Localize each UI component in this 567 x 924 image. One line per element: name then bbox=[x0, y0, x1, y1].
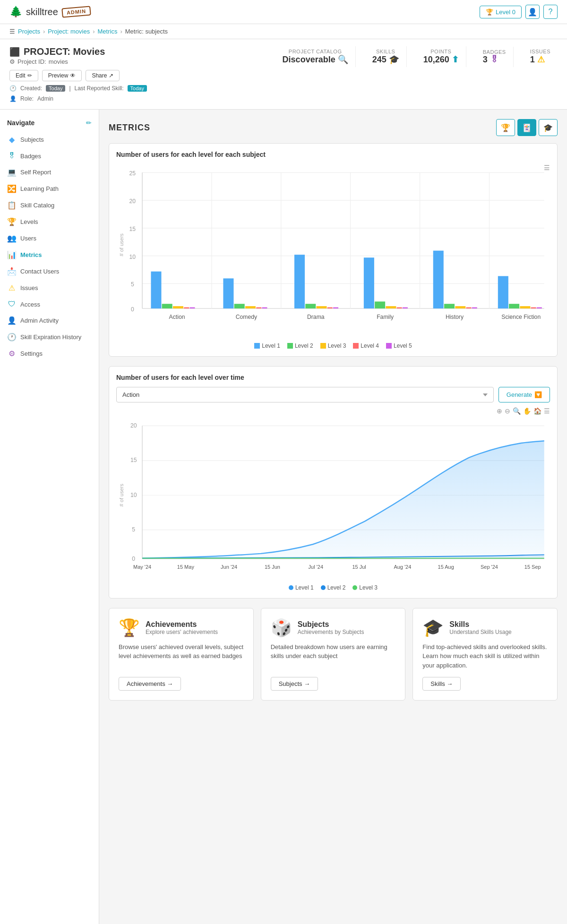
sidebar-item-settings[interactable]: ⚙ Settings bbox=[0, 345, 99, 362]
svg-text:Aug '24: Aug '24 bbox=[394, 564, 411, 570]
time-series-section: Number of users for each level over time… bbox=[109, 366, 558, 599]
svg-rect-53 bbox=[537, 308, 542, 308]
stat-issues-value: 1 ⚠ bbox=[530, 54, 550, 65]
project-info: ⬛ PROJECT: Movies ⚙ Project ID: movies E… bbox=[9, 46, 271, 102]
last-reported-badge: Today bbox=[128, 85, 147, 92]
bar-chart-section: Number of users for each level for each … bbox=[109, 143, 558, 357]
svg-rect-40 bbox=[397, 308, 402, 308]
svg-text:0: 0 bbox=[131, 306, 134, 313]
stat-points: POINTS 10,260 ⬆ bbox=[416, 46, 466, 67]
subjects-icon: ◆ bbox=[7, 135, 17, 144]
subject-select[interactable]: Action Comedy Drama Family History Scien… bbox=[116, 387, 494, 402]
skills-card: 🎓 Skills Understand Skills Usage Find to… bbox=[412, 608, 558, 701]
metrics-tab-subjects[interactable]: 🃏 bbox=[517, 119, 536, 136]
zoom-out-icon[interactable]: ⊖ bbox=[505, 407, 510, 415]
sidebar-item-levels[interactable]: 🏆 Levels bbox=[0, 214, 99, 230]
metrics-tab-achievements[interactable]: 🏆 bbox=[496, 119, 515, 136]
sidebar-item-subjects[interactable]: ◆ Subjects bbox=[0, 131, 99, 148]
breadcrumb: ☰ Projects › Project: movies › Metrics ›… bbox=[0, 24, 567, 39]
svg-rect-31 bbox=[294, 255, 305, 308]
svg-rect-34 bbox=[327, 308, 333, 308]
svg-text:10: 10 bbox=[130, 492, 137, 498]
sidebar-item-contact-users[interactable]: 📩 Contact Users bbox=[0, 263, 99, 280]
metrics-icon: 📊 bbox=[7, 250, 17, 259]
ts-legend-level3: Level 3 bbox=[352, 584, 378, 591]
metrics-header: METRICS 🏆 🃏 🎓 bbox=[109, 119, 558, 136]
eye-icon: 👁 bbox=[70, 72, 76, 79]
skills-card-btn[interactable]: Skills → bbox=[422, 677, 461, 691]
svg-text:Action: Action bbox=[169, 314, 185, 320]
svg-text:# of users: # of users bbox=[119, 484, 124, 507]
sidebar-item-learning-path[interactable]: 🔀 Learning Path bbox=[0, 180, 99, 197]
chart-menu-icon[interactable]: ☰ bbox=[544, 164, 550, 171]
subjects-card-btn[interactable]: Subjects → bbox=[271, 677, 318, 691]
svg-rect-19 bbox=[151, 272, 161, 308]
sidebar-item-skill-expiration[interactable]: 🕐 Skill Expiration History bbox=[0, 329, 99, 345]
zoom-in-icon[interactable]: ⊕ bbox=[497, 407, 502, 415]
sidebar: Navigate ✏ ◆ Subjects 🎖 Badges 💻 Self Re… bbox=[0, 110, 99, 924]
svg-rect-33 bbox=[317, 306, 327, 308]
preview-button[interactable]: Preview 👁 bbox=[42, 70, 82, 81]
breadcrumb-project-movies[interactable]: Project: movies bbox=[48, 28, 90, 35]
stat-points-label: POINTS bbox=[423, 49, 459, 54]
sidebar-label-badges: Badges bbox=[20, 153, 41, 160]
skills-card-header: 🎓 Skills Understand Skills Usage bbox=[422, 618, 548, 638]
svg-rect-49 bbox=[498, 276, 508, 308]
legend-color-level5 bbox=[386, 343, 392, 349]
sidebar-item-metrics[interactable]: 📊 Metrics bbox=[0, 247, 99, 263]
metrics-tab-skills[interactable]: 🎓 bbox=[539, 119, 558, 136]
stat-catalog-value: Discoverable 🔍 bbox=[283, 54, 348, 65]
sidebar-item-badges[interactable]: 🎖 Badges bbox=[0, 148, 99, 164]
help-button[interactable]: ? bbox=[543, 5, 558, 19]
skills-card-body: Find top-achieved skills and overlooked … bbox=[422, 642, 548, 670]
sidebar-label-learning-path: Learning Path bbox=[20, 185, 59, 192]
svg-text:5: 5 bbox=[131, 281, 134, 288]
breadcrumb-projects[interactable]: Projects bbox=[18, 28, 40, 35]
svg-text:10: 10 bbox=[129, 254, 136, 260]
ts-legend-level1: Level 1 bbox=[289, 584, 314, 591]
share-button[interactable]: Share ↗ bbox=[86, 70, 120, 81]
edit-button[interactable]: Edit ✏ bbox=[9, 70, 38, 81]
svg-text:Family: Family bbox=[377, 314, 394, 320]
home-icon[interactable]: 🏠 bbox=[533, 407, 541, 415]
breadcrumb-sep-2: › bbox=[93, 28, 94, 35]
level-button[interactable]: 🏆 Level 0 bbox=[480, 6, 522, 18]
svg-rect-52 bbox=[531, 308, 536, 308]
pencil-icon[interactable]: ✏ bbox=[86, 119, 92, 127]
svg-text:Science Fiction: Science Fiction bbox=[501, 314, 541, 320]
badges-icon: 🎖 bbox=[7, 152, 17, 160]
access-icon: 🛡 bbox=[7, 300, 17, 308]
achievements-card-btn[interactable]: Achievements → bbox=[119, 677, 181, 691]
pan-icon[interactable]: ✋ bbox=[523, 407, 531, 415]
generate-button[interactable]: Generate 🔽 bbox=[498, 387, 550, 402]
svg-rect-45 bbox=[455, 306, 465, 308]
stat-issues: ISSUES 1 ⚠ bbox=[523, 46, 558, 67]
search-chart-icon[interactable]: 🔍 bbox=[513, 407, 521, 415]
sidebar-item-admin-activity[interactable]: 👤 Admin Activity bbox=[0, 312, 99, 329]
trophy-icon: 🏆 bbox=[486, 9, 493, 16]
bar-chart-title: Number of users for each level for each … bbox=[116, 151, 550, 158]
user-button[interactable]: 👤 bbox=[525, 5, 540, 19]
sidebar-item-users[interactable]: 👥 Users bbox=[0, 230, 99, 247]
project-title: ⬛ PROJECT: Movies bbox=[9, 46, 271, 57]
sidebar-label-metrics: Metrics bbox=[20, 251, 42, 258]
chart-tools: ⊕ ⊖ 🔍 ✋ 🏠 ☰ bbox=[116, 407, 550, 415]
skill-expiration-icon: 🕐 bbox=[7, 333, 17, 342]
sidebar-item-self-report[interactable]: 💻 Self Report bbox=[0, 164, 99, 180]
sidebar-item-skill-catalog[interactable]: 📋 Skill Catalog bbox=[0, 197, 99, 214]
main-content: METRICS 🏆 🃏 🎓 Number of users for each l… bbox=[99, 110, 567, 924]
sidebar-item-access[interactable]: 🛡 Access bbox=[0, 296, 99, 312]
metrics-title: METRICS bbox=[109, 123, 150, 133]
svg-text:Jun '24: Jun '24 bbox=[221, 564, 237, 570]
breadcrumb-metrics[interactable]: Metrics bbox=[98, 28, 118, 35]
sidebar-item-issues[interactable]: ⚠ Issues bbox=[0, 280, 99, 296]
project-id: ⚙ Project ID: movies bbox=[9, 58, 271, 65]
achievements-card-title: Achievements bbox=[146, 620, 218, 629]
breadcrumb-icon: ☰ bbox=[9, 28, 15, 35]
menu-icon[interactable]: ☰ bbox=[544, 407, 550, 415]
svg-rect-32 bbox=[305, 304, 316, 308]
bar-chart-svg: 25 20 15 10 5 0 # of users bbox=[116, 164, 550, 337]
legend-level5: Level 5 bbox=[386, 342, 412, 349]
sidebar-label-skill-expiration: Skill Expiration History bbox=[20, 334, 81, 341]
subjects-card-subtitle: Achievements by Subjects bbox=[298, 629, 364, 635]
